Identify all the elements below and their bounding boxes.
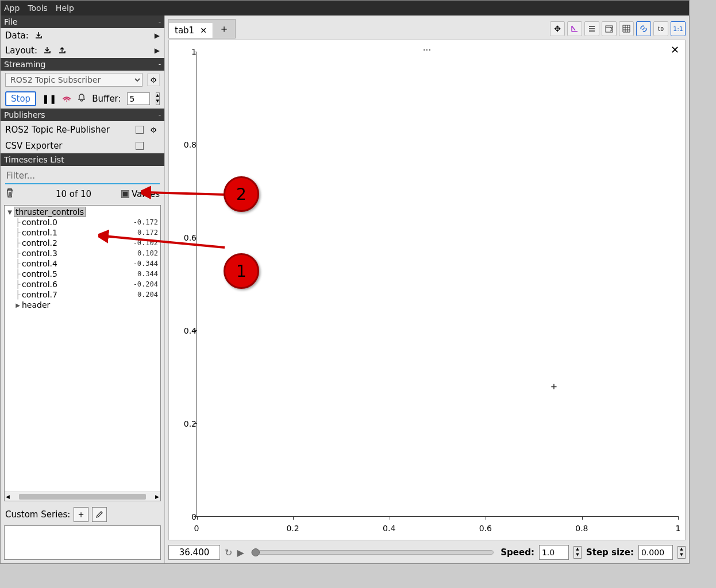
section-timeseries-label: Timeseries List [4, 155, 64, 164]
gear-icon[interactable]: ⚙ [147, 123, 160, 136]
tree-item-label: control.7 [22, 290, 137, 299]
tree-item[interactable]: ├control.10.172 [6, 227, 159, 238]
time-slider[interactable] [251, 550, 494, 555]
calendar-icon[interactable] [602, 21, 617, 36]
chevron-right-icon: ▶ [155, 47, 160, 55]
move-icon[interactable]: ✥ [550, 21, 565, 36]
stream-source-select[interactable]: ROS2 Topic Subscriber [5, 73, 143, 87]
loop-icon[interactable]: ↻ [225, 547, 232, 558]
custom-series-list[interactable] [4, 525, 161, 560]
menu-tools[interactable]: Tools [28, 3, 48, 13]
list-meta-row: 10 of 10 Values [1, 184, 164, 204]
streaming-select-row: ROS2 Topic Subscriber ⚙ [1, 71, 164, 89]
close-icon[interactable]: ✕ [200, 26, 207, 35]
tree-branch-icon: ├ [14, 269, 22, 278]
tree-item[interactable]: ├control.0-0.172 [6, 217, 159, 227]
menu-help[interactable]: Help [56, 3, 74, 13]
trash-icon[interactable] [5, 188, 14, 200]
tree-item[interactable]: ├control.6-0.204 [6, 279, 159, 289]
tree-item-label: control.6 [22, 280, 133, 289]
layout-label: Layout: [5, 45, 37, 56]
data-row[interactable]: Data: ▶ [1, 28, 164, 43]
tree-item[interactable]: ├control.4-0.344 [6, 258, 159, 269]
axes-icon[interactable] [567, 21, 582, 36]
tree-item[interactable]: ├control.50.344 [6, 269, 159, 279]
publisher-name: CSV Exporter [5, 141, 132, 151]
layout-row[interactable]: Layout: ▶ [1, 43, 164, 58]
tree[interactable]: ▼ thruster_controls ├control.0-0.172├con… [5, 206, 160, 492]
x-tick-label: 0.4 [383, 524, 395, 533]
tree-branch-icon: ├ [14, 238, 22, 247]
tree-item[interactable]: ├control.70.204 [6, 289, 159, 300]
sidebar: File - Data: ▶ Layout: ▶ [1, 16, 165, 563]
wifi-icon[interactable] [62, 93, 71, 105]
section-timeseries[interactable]: Timeseries List [1, 153, 164, 166]
speed-label: Speed: [501, 547, 534, 558]
custom-series-label: Custom Series: [5, 509, 70, 520]
tree-twisty-closed-icon[interactable]: ▶ [14, 302, 22, 308]
tree-item-value: -0.204 [133, 280, 159, 288]
data-label: Data: [5, 30, 29, 41]
section-publishers[interactable]: Publishers - [1, 109, 164, 121]
values-label: Values [132, 189, 160, 199]
section-file[interactable]: File - [1, 16, 164, 28]
bell-icon[interactable] [77, 93, 86, 105]
y-tick-mark [194, 238, 197, 238]
tree-item-value: -0.172 [133, 218, 159, 226]
tree-item-label: control.3 [22, 249, 137, 258]
buffer-input[interactable] [127, 92, 150, 105]
slider-handle[interactable] [252, 548, 260, 556]
tree-item[interactable]: ├control.2-0.102 [6, 238, 159, 248]
stop-button[interactable]: Stop [5, 91, 36, 106]
export-layout-icon[interactable] [57, 45, 67, 56]
plot-toolbar: ✥ t0 1:1 [550, 21, 686, 36]
plot-area[interactable]: ... ✕ 00.20.40.60.81 00.20.40.60.81 + [168, 40, 686, 540]
play-icon[interactable]: ▶ [237, 547, 244, 558]
chevron-right-icon: ▶ [155, 32, 160, 40]
values-checkbox[interactable] [121, 190, 129, 198]
step-input[interactable] [638, 545, 673, 560]
time-display[interactable]: 36.400 [168, 545, 220, 560]
tree-item-label: control.2 [22, 238, 133, 247]
item-count: 10 of 10 [26, 189, 121, 199]
crosshair-cursor-icon: + [551, 380, 557, 392]
tree-hscrollbar[interactable]: ◀ ▶ [5, 492, 160, 501]
tree-item[interactable]: ▶ header [6, 300, 159, 310]
import-icon[interactable] [33, 30, 44, 41]
grid-icon[interactable] [619, 21, 634, 36]
t0-icon[interactable]: t0 [653, 21, 668, 36]
tree-item-value: -0.102 [133, 239, 159, 247]
edit-custom-button[interactable] [92, 507, 107, 522]
speed-spinner[interactable]: ▲▼ [573, 546, 582, 559]
filter-input[interactable] [5, 168, 160, 184]
plot-canvas[interactable] [197, 52, 678, 517]
buffer-spinner[interactable]: ▲▼ [156, 92, 160, 105]
ratio-icon[interactable]: 1:1 [671, 21, 686, 36]
topbar: tab1 ✕ ＋ ✥ t0 1:1 [165, 16, 689, 37]
app-window: App Tools Help File - Data: ▶ Layout: [0, 0, 690, 564]
tree-twisty-open-icon[interactable]: ▼ [6, 209, 14, 215]
y-tick-mark [194, 52, 197, 52]
publisher-checkbox[interactable] [136, 142, 144, 150]
step-spinner[interactable]: ▲▼ [677, 546, 686, 559]
section-file-label: File [4, 17, 17, 26]
publisher-name: ROS2 Topic Re-Publisher [5, 125, 132, 135]
tab[interactable]: tab1 ✕ [169, 23, 213, 38]
tree-root[interactable]: ▼ thruster_controls [6, 207, 159, 217]
menu-app[interactable]: App [4, 3, 20, 13]
link-icon[interactable] [636, 21, 651, 36]
add-custom-button[interactable]: ＋ [74, 507, 88, 522]
collapse-icon: - [159, 60, 161, 68]
tree-item-value: -0.344 [133, 260, 159, 268]
publisher-checkbox[interactable] [136, 126, 144, 134]
x-tick-label: 0.8 [575, 524, 588, 533]
import-layout-icon[interactable] [42, 45, 52, 56]
speed-input[interactable] [539, 545, 569, 560]
add-tab-button[interactable]: ＋ [213, 20, 235, 38]
gear-icon[interactable]: ⚙ [147, 74, 160, 86]
tree-item[interactable]: ├control.30.102 [6, 248, 159, 258]
pause-icon[interactable]: ❚❚ [42, 94, 56, 104]
tree-item-label: control.4 [22, 259, 133, 268]
section-streaming[interactable]: Streaming - [1, 58, 164, 71]
list-icon[interactable] [584, 21, 599, 36]
